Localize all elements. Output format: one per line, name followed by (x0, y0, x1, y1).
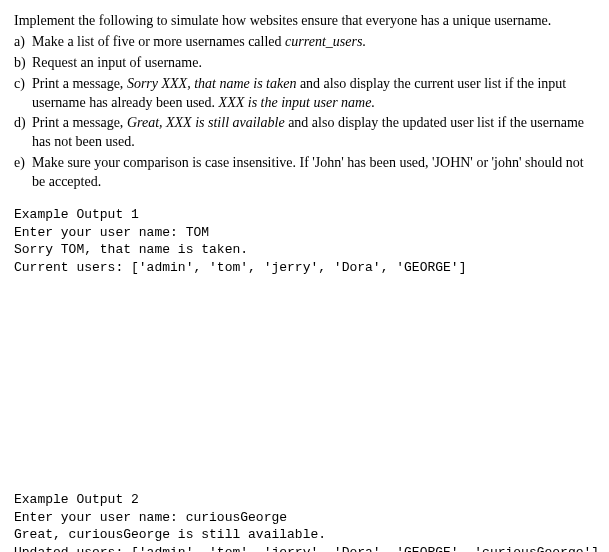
example-output-1: Example Output 1 Enter your user name: T… (14, 206, 595, 276)
example-output-2: Example Output 2 Enter your user name: c… (14, 491, 595, 552)
item-c-em2: XXX is the input user name. (219, 95, 375, 110)
item-c-content: Print a message, Sorry XXX, that name is… (32, 75, 595, 113)
example1-title: Example Output 1 (14, 206, 595, 224)
item-b-content: Request an input of username. (32, 54, 595, 73)
example1-line1: Enter your user name: TOM (14, 224, 595, 242)
example1-line3: Current users: ['admin', 'tom', 'jerry',… (14, 259, 595, 277)
item-c-pre: Print a message, (32, 76, 127, 91)
example2-line2: Great, curiousGeorge is still available. (14, 526, 595, 544)
intro-text: Implement the following to simulate how … (14, 12, 595, 31)
item-e-marker: e) (14, 154, 32, 192)
item-c-em1: Sorry XXX, that name is taken (127, 76, 297, 91)
item-a-em: current_users (285, 34, 362, 49)
item-a-marker: a) (14, 33, 32, 52)
item-d-em: Great, XXX is still available (127, 115, 285, 130)
example2-title: Example Output 2 (14, 491, 595, 509)
example2-line3: Updated users: ['admin', 'tom', 'jerry',… (14, 544, 595, 552)
item-e: e) Make sure your comparison is case ins… (14, 154, 595, 192)
item-a-content: Make a list of five or more usernames ca… (32, 33, 595, 52)
example1-line2: Sorry TOM, that name is taken. (14, 241, 595, 259)
item-e-content: Make sure your comparison is case insens… (32, 154, 595, 192)
item-d-marker: d) (14, 114, 32, 152)
item-c: c) Print a message, Sorry XXX, that name… (14, 75, 595, 113)
item-d-content: Print a message, Great, XXX is still ava… (32, 114, 595, 152)
item-c-marker: c) (14, 75, 32, 113)
item-a: a) Make a list of five or more usernames… (14, 33, 595, 52)
item-b: b) Request an input of username. (14, 54, 595, 73)
item-b-marker: b) (14, 54, 32, 73)
item-d: d) Print a message, Great, XXX is still … (14, 114, 595, 152)
item-a-post: . (362, 34, 366, 49)
item-a-pre: Make a list of five or more usernames ca… (32, 34, 285, 49)
item-d-pre: Print a message, (32, 115, 127, 130)
example2-line1: Enter your user name: curiousGeorge (14, 509, 595, 527)
